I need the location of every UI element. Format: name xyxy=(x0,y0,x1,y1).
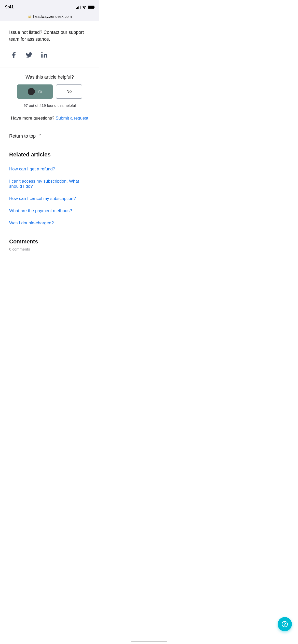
submit-request-link[interactable]: Submit a request xyxy=(56,116,88,121)
related-link-3[interactable]: What are the payment methods? xyxy=(9,205,90,217)
helpful-title: Was this article helpful? xyxy=(25,75,74,80)
related-link-2[interactable]: How can I cancel my subscription? xyxy=(9,193,90,205)
related-link-4[interactable]: Was I double-charged? xyxy=(9,217,90,229)
helpful-section: Was this article helpful? Ye No 97 out o… xyxy=(9,67,90,114)
lock-icon: 🔒 xyxy=(28,14,32,18)
no-button-label: No xyxy=(66,89,72,94)
return-to-top[interactable]: Return to top ⌃ xyxy=(9,127,90,145)
comments-count: 0 comments xyxy=(9,247,90,251)
more-questions: Have more questions? Submit a request xyxy=(9,114,90,127)
related-link-1[interactable]: I can't access my subscription. What sho… xyxy=(9,175,90,193)
status-icons xyxy=(76,5,94,9)
svg-rect-0 xyxy=(41,54,43,58)
related-articles-title: Related articles xyxy=(9,151,90,158)
issue-text: Issue not listed? Contact our support te… xyxy=(9,29,90,43)
related-link-0[interactable]: How can I get a refund? xyxy=(9,163,90,175)
url-bar: 🔒 headway.zendesk.com xyxy=(0,13,99,21)
facebook-icon[interactable] xyxy=(9,50,18,60)
linkedin-icon[interactable] xyxy=(40,50,49,60)
chevron-up-icon: ⌃ xyxy=(38,133,42,139)
wifi-icon xyxy=(82,6,86,9)
more-questions-text: Have more questions? xyxy=(11,116,54,121)
social-icons xyxy=(9,50,90,60)
main-content: Issue not listed? Contact our support te… xyxy=(0,21,99,259)
comments-section: Comments 0 comments xyxy=(9,232,90,254)
status-time: 9:41 xyxy=(5,5,14,10)
svg-point-1 xyxy=(41,52,43,53)
yes-button-label: Ye xyxy=(37,89,42,94)
yes-button[interactable]: Ye xyxy=(17,84,53,99)
twitter-icon[interactable] xyxy=(24,50,34,60)
helpful-count: 97 out of 419 found this helpful xyxy=(23,103,76,108)
status-bar: 9:41 xyxy=(0,0,99,13)
yes-button-circle xyxy=(28,88,35,95)
related-articles: Related articles How can I get a refund?… xyxy=(9,145,90,232)
battery-icon xyxy=(88,6,94,9)
helpful-buttons: Ye No xyxy=(17,84,83,99)
url-text: headway.zendesk.com xyxy=(33,14,72,19)
return-to-top-label: Return to top xyxy=(9,134,36,139)
no-button[interactable]: No xyxy=(56,84,82,99)
signal-icon xyxy=(76,5,80,9)
comments-title: Comments xyxy=(9,238,90,245)
